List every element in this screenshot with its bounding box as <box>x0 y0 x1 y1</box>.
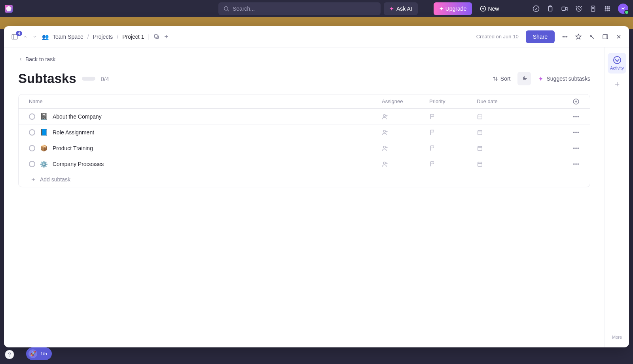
priority-cell[interactable] <box>429 145 477 151</box>
svg-point-57 <box>383 146 385 148</box>
plus-circle-icon <box>480 6 486 12</box>
crumb-folder[interactable]: Projects <box>93 34 113 40</box>
col-priority: Priority <box>429 98 477 104</box>
minimize-icon[interactable] <box>589 34 595 40</box>
cell-name: 📓About the Company <box>29 113 382 120</box>
breadcrumb: 👥 Team Space / Projects / Project 1 | <box>42 34 169 40</box>
close-icon[interactable] <box>616 34 622 40</box>
assignee-cell[interactable] <box>382 145 429 151</box>
table-header: Name Assignee Priority Due date <box>19 94 590 109</box>
task-emoji: 📦 <box>40 144 48 152</box>
sort-button[interactable]: Sort <box>493 75 511 82</box>
assignee-cell[interactable] <box>382 161 429 167</box>
main-column: Back to task Subtasks 0/4 Sort ✦ S <box>4 47 605 347</box>
svg-point-13 <box>605 6 606 7</box>
task-modal: 4 👥 Team Space / Projects / Project 1 | … <box>4 26 629 347</box>
svg-point-46 <box>578 116 578 117</box>
activity-button[interactable]: Activity <box>608 53 626 74</box>
priority-cell[interactable] <box>429 161 477 167</box>
task-emoji: ⚙️ <box>40 160 48 168</box>
share-button[interactable]: Share <box>526 30 555 43</box>
priority-cell[interactable] <box>429 113 477 120</box>
side-plus-button[interactable] <box>614 81 621 88</box>
table-row[interactable]: ⚙️Company Processes <box>19 156 590 172</box>
video-icon[interactable] <box>561 5 568 12</box>
collapse-button[interactable] <box>517 72 531 85</box>
status-circle-icon[interactable] <box>29 113 35 120</box>
svg-point-5 <box>533 6 539 11</box>
rocket-icon: 🚀 <box>28 349 37 358</box>
svg-point-45 <box>576 116 576 117</box>
checkmark-circle-icon[interactable] <box>533 5 540 12</box>
global-search[interactable]: Search... <box>218 2 381 15</box>
svg-point-64 <box>574 147 574 148</box>
document-icon[interactable] <box>589 5 597 12</box>
clipboard-icon[interactable] <box>547 5 554 12</box>
row-more-button[interactable] <box>556 129 580 136</box>
priority-cell[interactable] <box>429 129 477 136</box>
user-avatar[interactable]: R <box>618 4 628 14</box>
task-emoji: 📘 <box>40 128 48 136</box>
row-more-button[interactable] <box>556 160 580 168</box>
chevron-up-icon[interactable] <box>23 34 28 39</box>
svg-point-37 <box>383 114 385 116</box>
header-right: Created on Jun 10 Share <box>476 30 622 43</box>
crumb-sep: / <box>117 34 118 40</box>
svg-point-54 <box>574 132 574 132</box>
add-column-button[interactable] <box>556 98 580 105</box>
assignee-cell[interactable] <box>382 129 429 136</box>
upgrade-button[interactable]: ✦ Upgrade <box>434 2 472 15</box>
chevron-down-icon[interactable] <box>32 34 37 39</box>
table-row[interactable]: 📘Role Assignment <box>19 124 590 140</box>
star-icon[interactable] <box>575 34 582 40</box>
task-name: About the Company <box>53 113 102 120</box>
svg-rect-40 <box>478 115 482 119</box>
help-button[interactable]: ? <box>5 350 14 359</box>
svg-point-67 <box>383 162 385 164</box>
row-more-button[interactable] <box>556 113 580 120</box>
row-more-button[interactable] <box>556 145 580 152</box>
assignee-cell[interactable] <box>382 113 429 120</box>
due-date-cell[interactable] <box>477 129 556 136</box>
app-logo[interactable] <box>5 5 13 13</box>
apps-grid-icon[interactable] <box>604 5 611 12</box>
due-date-cell[interactable] <box>477 113 556 120</box>
activity-label: Activity <box>610 66 624 70</box>
chevron-left-icon <box>18 57 23 62</box>
sidebar-toggle[interactable]: 4 <box>11 33 18 40</box>
status-circle-icon[interactable] <box>29 129 35 136</box>
alarm-icon[interactable] <box>575 5 582 12</box>
move-icon[interactable] <box>154 34 159 40</box>
upgrade-label: Upgrade <box>445 6 467 12</box>
svg-point-47 <box>383 130 385 132</box>
back-to-task-link[interactable]: Back to task <box>18 56 590 62</box>
title-row: Subtasks 0/4 Sort ✦ Suggest subtasks <box>18 71 590 86</box>
table-row[interactable]: 📓About the Company <box>19 109 590 124</box>
crumb-space[interactable]: Team Space <box>53 34 83 40</box>
due-date-cell[interactable] <box>477 145 556 151</box>
side-column: Activity More <box>605 47 629 347</box>
subtasks-table: Name Assignee Priority Due date 📓About t… <box>18 94 590 187</box>
plus-circle-icon <box>572 98 580 105</box>
add-subtask-row[interactable]: Add subtask <box>19 172 590 187</box>
suggest-subtasks-button[interactable]: ✦ Suggest subtasks <box>538 75 590 83</box>
search-icon <box>223 6 229 12</box>
due-date-cell[interactable] <box>477 161 556 167</box>
table-row[interactable]: 📦Product Training <box>19 140 590 156</box>
status-circle-icon[interactable] <box>29 161 35 167</box>
ask-ai-button[interactable]: ✦ Ask AI <box>384 2 418 15</box>
expand-panel-icon[interactable] <box>602 34 608 40</box>
onboarding-pill[interactable]: 🚀 1/5 <box>26 347 52 360</box>
new-button[interactable]: New <box>480 6 499 12</box>
avatar-initial: R <box>622 6 625 11</box>
side-more-label[interactable]: More <box>612 335 622 339</box>
status-circle-icon[interactable] <box>29 145 35 151</box>
svg-point-21 <box>608 10 609 11</box>
more-horizontal-icon[interactable] <box>562 34 568 40</box>
svg-rect-8 <box>562 7 565 10</box>
col-assignee: Assignee <box>382 98 429 104</box>
back-to-task-label: Back to task <box>25 56 55 62</box>
plus-icon[interactable] <box>163 34 169 40</box>
crumb-project[interactable]: Project 1 <box>122 34 144 40</box>
svg-point-65 <box>576 147 576 148</box>
